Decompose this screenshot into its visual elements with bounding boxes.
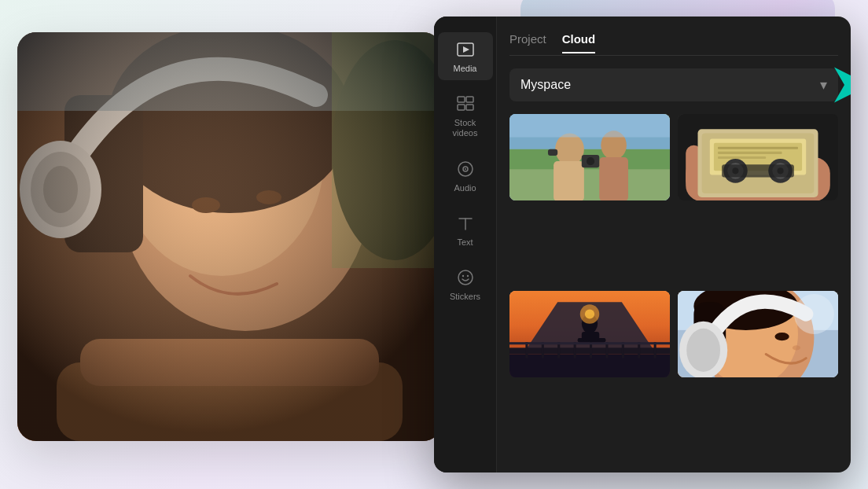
editor-panel: Media Stockvideos bbox=[434, 17, 851, 472]
svg-rect-75 bbox=[654, 342, 657, 358]
svg-point-94 bbox=[794, 294, 834, 334]
svg-rect-68 bbox=[542, 342, 544, 358]
svg-rect-36 bbox=[554, 161, 584, 200]
svg-marker-31 bbox=[834, 68, 851, 103]
svg-rect-73 bbox=[622, 342, 624, 358]
svg-rect-21 bbox=[458, 105, 465, 110]
main-content: Project Cloud Myspace ▾ bbox=[497, 17, 851, 472]
svg-rect-76 bbox=[509, 342, 670, 344]
text-icon bbox=[454, 212, 476, 234]
svg-point-29 bbox=[462, 275, 463, 277]
thumbnail-1[interactable] bbox=[509, 114, 670, 200]
svg-point-28 bbox=[458, 270, 473, 285]
thumbnail-2[interactable] bbox=[678, 114, 838, 200]
svg-rect-42 bbox=[509, 114, 670, 138]
tabs-bar: Project Cloud bbox=[509, 32, 838, 56]
svg-rect-39 bbox=[599, 157, 628, 200]
svg-rect-71 bbox=[590, 342, 592, 358]
dropdown-label: Myspace bbox=[520, 78, 571, 92]
photo-card bbox=[17, 32, 442, 441]
woman-photo bbox=[17, 32, 442, 441]
stock-videos-label: Stockvideos bbox=[453, 118, 478, 138]
sidebar-item-audio[interactable]: Audio bbox=[438, 152, 493, 200]
svg-rect-16 bbox=[17, 32, 442, 441]
svg-rect-22 bbox=[466, 105, 473, 110]
svg-rect-74 bbox=[638, 342, 640, 358]
svg-point-92 bbox=[774, 333, 789, 340]
svg-rect-60 bbox=[718, 147, 798, 149]
sidebar-item-stock-videos[interactable]: Stockvideos bbox=[438, 86, 493, 145]
sidebar: Media Stockvideos bbox=[434, 17, 497, 472]
media-grid bbox=[509, 114, 838, 460]
svg-rect-59 bbox=[722, 164, 794, 177]
text-label: Text bbox=[457, 237, 473, 248]
svg-point-30 bbox=[466, 275, 468, 277]
scene-container: Media Stockvideos bbox=[17, 17, 851, 472]
svg-point-91 bbox=[686, 329, 720, 372]
svg-rect-19 bbox=[458, 97, 465, 102]
audio-icon bbox=[454, 158, 476, 180]
svg-rect-61 bbox=[718, 152, 782, 154]
media-icon bbox=[454, 39, 476, 61]
teal-cursor-arrow bbox=[830, 64, 851, 107]
svg-marker-18 bbox=[463, 46, 469, 53]
cloud-source-dropdown[interactable]: Myspace ▾ bbox=[509, 68, 838, 101]
tab-cloud[interactable]: Cloud bbox=[562, 32, 596, 53]
svg-rect-67 bbox=[525, 342, 528, 358]
svg-point-41 bbox=[587, 157, 594, 165]
svg-rect-20 bbox=[466, 97, 473, 102]
svg-rect-72 bbox=[605, 342, 608, 358]
thumbnail-3[interactable] bbox=[509, 291, 670, 377]
sidebar-item-media[interactable]: Media bbox=[438, 32, 493, 80]
svg-point-25 bbox=[465, 168, 466, 170]
svg-rect-37 bbox=[548, 149, 557, 156]
thumbnail-4[interactable] bbox=[678, 291, 838, 377]
media-label: Media bbox=[454, 64, 477, 74]
svg-point-82 bbox=[585, 309, 594, 318]
stock-videos-icon bbox=[454, 93, 476, 115]
audio-label: Audio bbox=[454, 183, 476, 193]
svg-rect-69 bbox=[557, 342, 560, 358]
dropdown-chevron-icon: ▾ bbox=[820, 76, 827, 94]
tab-project[interactable]: Project bbox=[509, 32, 546, 53]
svg-point-93 bbox=[793, 345, 800, 350]
svg-rect-80 bbox=[582, 332, 599, 340]
svg-rect-70 bbox=[574, 342, 576, 358]
sidebar-item-stickers[interactable]: Stickers bbox=[438, 260, 493, 308]
svg-point-35 bbox=[555, 133, 584, 165]
sidebar-item-text[interactable]: Text bbox=[438, 206, 493, 254]
stickers-icon bbox=[454, 267, 476, 289]
stickers-label: Stickers bbox=[450, 292, 480, 302]
svg-rect-62 bbox=[718, 156, 766, 159]
woman-svg bbox=[17, 32, 442, 441]
